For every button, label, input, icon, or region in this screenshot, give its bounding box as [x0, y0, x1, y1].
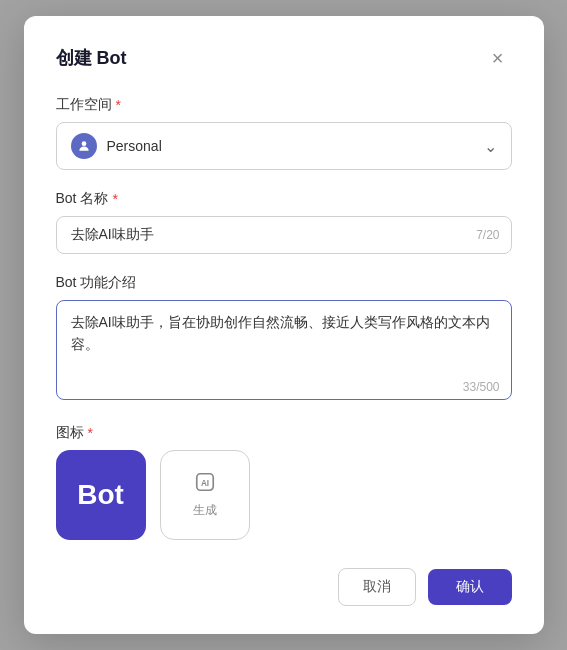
required-star: * [116, 97, 121, 113]
close-button[interactable]: × [484, 44, 512, 72]
svg-point-0 [81, 141, 86, 146]
workspace-section: 工作空间 * Personal ⌄ [56, 96, 512, 170]
svg-text:AI: AI [200, 479, 208, 488]
chevron-down-icon: ⌄ [484, 137, 497, 156]
generate-icon-button[interactable]: AI 生成 [160, 450, 250, 540]
modal-title: 创建 Bot [56, 46, 127, 70]
workspace-avatar-icon [71, 133, 97, 159]
selected-icon-text: Bot [77, 479, 124, 511]
required-star-icon: * [88, 425, 93, 441]
modal-header: 创建 Bot × [56, 44, 512, 72]
workspace-label: 工作空间 * [56, 96, 512, 114]
confirm-button[interactable]: 确认 [428, 569, 512, 605]
create-bot-modal: 创建 Bot × 工作空间 * Personal ⌄ [24, 16, 544, 634]
bot-name-section: Bot 名称 * 7/20 [56, 190, 512, 254]
cancel-button[interactable]: 取消 [338, 568, 416, 606]
icon-label: 图标 * [56, 424, 512, 442]
generate-icon-label: 生成 [193, 502, 217, 519]
bot-name-input-wrapper: 7/20 [56, 216, 512, 254]
bot-desc-char-count: 33/500 [463, 380, 500, 394]
icon-section: 图标 * Bot AI 生成 [56, 424, 512, 540]
workspace-name: Personal [107, 138, 162, 154]
required-star-name: * [112, 191, 117, 207]
bot-desc-textarea-wrapper: 去除AI味助手，旨在协助创作自然流畅、接近人类写作风格的文本内容。 33/500 [56, 300, 512, 404]
bot-desc-section: Bot 功能介绍 去除AI味助手，旨在协助创作自然流畅、接近人类写作风格的文本内… [56, 274, 512, 404]
ai-icon: AI [194, 471, 216, 498]
bot-name-label: Bot 名称 * [56, 190, 512, 208]
modal-footer: 取消 确认 [56, 568, 512, 606]
workspace-select-left: Personal [71, 133, 162, 159]
bot-desc-label: Bot 功能介绍 [56, 274, 512, 292]
bot-name-char-count: 7/20 [476, 228, 499, 242]
bot-desc-textarea[interactable]: 去除AI味助手，旨在协助创作自然流畅、接近人类写作风格的文本内容。 [56, 300, 512, 400]
workspace-select[interactable]: Personal ⌄ [56, 122, 512, 170]
icon-options: Bot AI 生成 [56, 450, 512, 540]
bot-name-input[interactable] [56, 216, 512, 254]
selected-icon[interactable]: Bot [56, 450, 146, 540]
modal-overlay: 创建 Bot × 工作空间 * Personal ⌄ [0, 0, 567, 650]
